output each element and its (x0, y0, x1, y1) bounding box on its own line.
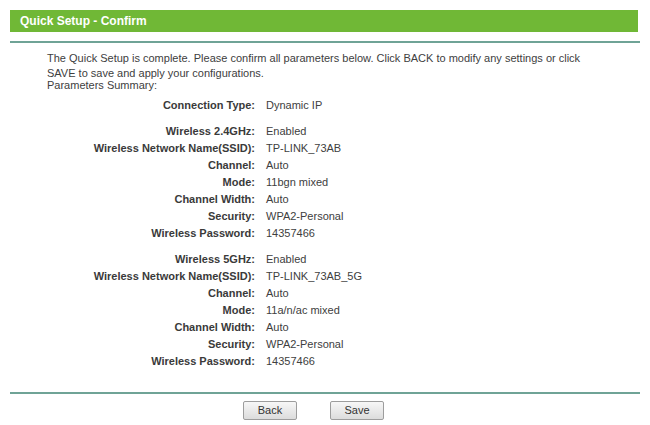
parameters-summary-label: Parameters Summary: (47, 79, 157, 91)
param-value: TP-LINK_73AB (266, 142, 341, 154)
param-row: Wireless Network Name(SSID):TP-LINK_73AB… (0, 267, 650, 284)
param-row: Mode:11bgn mixed (0, 173, 650, 190)
param-label: Wireless Password: (0, 355, 255, 367)
param-label: Mode: (0, 176, 255, 188)
param-row: Channel Width:Auto (0, 318, 650, 335)
param-label: Connection Type: (0, 99, 255, 111)
param-value: Enabled (266, 253, 306, 265)
param-label: Wireless Network Name(SSID): (0, 142, 255, 154)
param-row: Wireless 2.4GHz:Enabled (0, 122, 650, 139)
save-button[interactable]: Save (330, 401, 384, 420)
param-label: Wireless 5GHz: (0, 253, 255, 265)
param-row: Security:WPA2-Personal (0, 207, 650, 224)
back-button[interactable]: Back (243, 401, 297, 420)
param-label: Security: (0, 338, 255, 350)
param-value: TP-LINK_73AB_5G (266, 270, 362, 282)
param-label: Channel Width: (0, 193, 255, 205)
param-label: Wireless Password: (0, 227, 255, 239)
param-row: Mode:11a/n/ac mixed (0, 301, 650, 318)
param-value: Auto (266, 321, 289, 333)
bottom-separator-line (10, 392, 640, 394)
params-table: Connection Type:Dynamic IPWireless 2.4GH… (0, 96, 650, 378)
param-value: Enabled (266, 125, 306, 137)
param-row: Channel Width:Auto (0, 190, 650, 207)
param-label: Wireless Network Name(SSID): (0, 270, 255, 282)
quick-setup-confirm-page: Quick Setup - Confirm The Quick Setup is… (0, 0, 650, 425)
param-label: Channel Width: (0, 321, 255, 333)
param-value: Auto (266, 287, 289, 299)
top-separator-line (10, 41, 640, 43)
param-label: Mode: (0, 304, 255, 316)
param-value: 11a/n/ac mixed (266, 304, 340, 316)
param-value: 14357466 (266, 227, 315, 239)
param-value: Auto (266, 159, 289, 171)
param-label: Security: (0, 210, 255, 222)
intro-text: The Quick Setup is complete. Please conf… (47, 51, 593, 81)
param-section: Connection Type:Dynamic IP (0, 96, 650, 113)
param-value: 11bgn mixed (266, 176, 328, 188)
param-row: Wireless Password:14357466 (0, 224, 650, 241)
param-label: Channel: (0, 159, 255, 171)
param-value: WPA2-Personal (266, 338, 343, 350)
param-value: WPA2-Personal (266, 210, 343, 222)
param-value: Dynamic IP (266, 99, 322, 111)
param-label: Wireless 2.4GHz: (0, 125, 255, 137)
param-row: Channel:Auto (0, 284, 650, 301)
param-label: Channel: (0, 287, 255, 299)
param-row: Wireless 5GHz:Enabled (0, 250, 650, 267)
param-row: Security:WPA2-Personal (0, 335, 650, 352)
param-section: Wireless 5GHz:EnabledWireless Network Na… (0, 250, 650, 369)
param-row: Wireless Password:14357466 (0, 352, 650, 369)
param-value: Auto (266, 193, 289, 205)
param-row: Channel:Auto (0, 156, 650, 173)
page-title: Quick Setup - Confirm (10, 10, 638, 32)
param-row: Wireless Network Name(SSID):TP-LINK_73AB (0, 139, 650, 156)
param-row: Connection Type:Dynamic IP (0, 96, 650, 113)
param-value: 14357466 (266, 355, 315, 367)
param-section: Wireless 2.4GHz:EnabledWireless Network … (0, 122, 650, 241)
